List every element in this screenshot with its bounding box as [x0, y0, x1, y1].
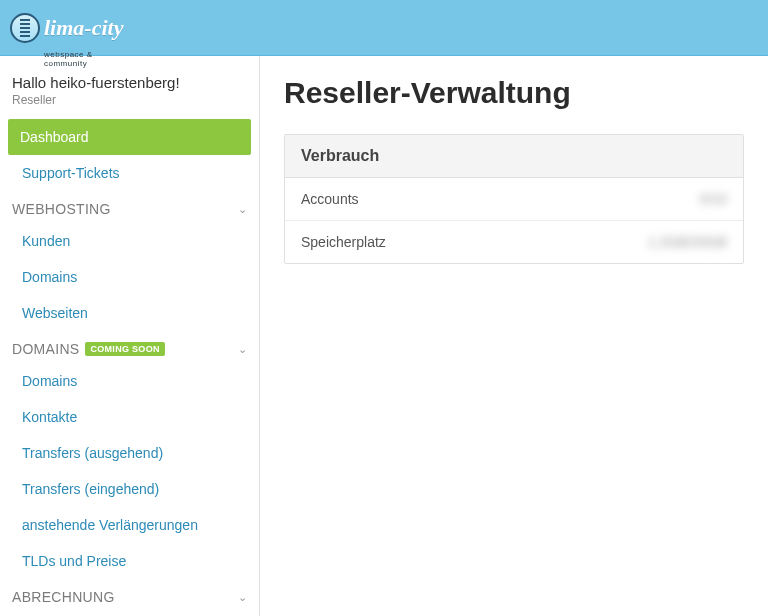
verbrauch-panel: Verbrauch Accounts 0/10 Speicherplatz 1.… [284, 134, 744, 264]
topbar: lima-city webspace & community [0, 0, 768, 56]
section-webhosting-title: WEBHOSTING [12, 201, 111, 217]
nav-kunden[interactable]: Kunden [0, 223, 259, 259]
logo-icon [10, 13, 40, 43]
nav-anstehende-verlaengerungen[interactable]: anstehende Verlängerungen [0, 507, 259, 543]
section-domains-title: DOMAINS [12, 341, 79, 357]
table-row: Accounts 0/10 [285, 178, 743, 221]
section-abrechnung[interactable]: ABRECHNUNG ⌄ [0, 579, 259, 611]
nav-webseiten[interactable]: Webseiten [0, 295, 259, 331]
main-content: Reseller-Verwaltung Verbrauch Accounts 0… [260, 56, 768, 616]
row-value-accounts: 0/10 [700, 191, 727, 207]
nav-kontakte[interactable]: Kontakte [0, 399, 259, 435]
nav-domains-webhosting[interactable]: Domains [0, 259, 259, 295]
panel-title: Verbrauch [285, 135, 743, 178]
nav-support-tickets[interactable]: Support-Tickets [0, 155, 259, 191]
brand-tagline: webspace & community [10, 50, 123, 68]
row-label-speicherplatz: Speicherplatz [301, 234, 386, 250]
brand-name: lima-city [44, 17, 123, 39]
nav-rechnungsvorschau[interactable]: Rechnungsvorschau [0, 611, 259, 616]
section-domains[interactable]: DOMAINS COMING SOON ⌄ [0, 331, 259, 363]
row-value-speicherplatz: 1.2GB/20GB [648, 234, 727, 250]
chevron-down-icon: ⌄ [238, 203, 247, 216]
sidebar: Hallo heiko-fuerstenberg! Reseller Dashb… [0, 56, 260, 616]
nav-tlds-preise[interactable]: TLDs und Preise [0, 543, 259, 579]
greeting: Hallo heiko-fuerstenberg! [0, 66, 259, 93]
row-label-accounts: Accounts [301, 191, 359, 207]
chevron-down-icon: ⌄ [238, 591, 247, 604]
chevron-down-icon: ⌄ [238, 343, 247, 356]
coming-soon-badge: COMING SOON [85, 342, 164, 356]
section-webhosting[interactable]: WEBHOSTING ⌄ [0, 191, 259, 223]
section-abrechnung-title: ABRECHNUNG [12, 589, 115, 605]
nav-transfers-ausgehend[interactable]: Transfers (ausgehend) [0, 435, 259, 471]
page-title: Reseller-Verwaltung [284, 76, 744, 110]
nav-transfers-eingehend[interactable]: Transfers (eingehend) [0, 471, 259, 507]
nav-domains[interactable]: Domains [0, 363, 259, 399]
nav-dashboard[interactable]: Dashboard [8, 119, 251, 155]
logo[interactable]: lima-city webspace & community [10, 13, 123, 43]
table-row: Speicherplatz 1.2GB/20GB [285, 221, 743, 263]
role-label: Reseller [0, 93, 259, 119]
